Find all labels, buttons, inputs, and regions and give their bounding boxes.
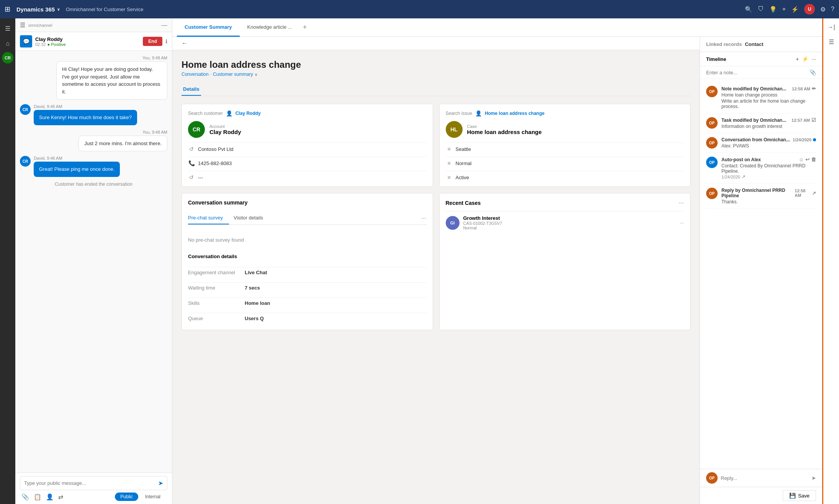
conversation-summary-card: Conversation summary Pre-chat survey Vis… bbox=[182, 193, 433, 330]
shield-icon[interactable]: ⛉ bbox=[758, 6, 764, 13]
conv-detail-row: Engagement channel Live Chat bbox=[188, 267, 427, 278]
sentiment-indicator: ● Positive bbox=[47, 42, 66, 47]
chat-input[interactable] bbox=[24, 480, 155, 486]
no-survey-message: No pre-chat survey found bbox=[188, 234, 427, 246]
timeline-avatar: OP bbox=[706, 86, 718, 97]
timeline-action-icon[interactable]: ✏ bbox=[812, 86, 816, 92]
sidebar-home-icon[interactable]: ⌂ bbox=[1, 37, 15, 51]
message-with-avatar: CR David, 9:46 AM Great! Please ping me … bbox=[20, 156, 120, 177]
tab-customer-summary[interactable]: Customer Summary bbox=[177, 18, 240, 37]
chat-header: ☰ omnichannel — bbox=[15, 18, 172, 32]
sidebar-menu-icon[interactable]: ☰ bbox=[1, 21, 15, 35]
rs-list-icon[interactable]: ☰ bbox=[826, 36, 836, 48]
chat-input-row: ➤ bbox=[20, 476, 167, 490]
reply-send-button[interactable]: ➤ bbox=[811, 475, 816, 481]
timeline-avatar: OP bbox=[706, 137, 718, 149]
timeline-task-icon[interactable]: ☑ bbox=[811, 117, 816, 123]
timeline-more-icon[interactable]: ··· bbox=[811, 56, 816, 62]
brand-chevron-icon[interactable]: ∨ bbox=[57, 7, 60, 11]
conv-sub-tabs: Pre-chat survey Visitor details ··· bbox=[188, 212, 427, 225]
tab-knowledge-article[interactable]: Knowledge article ... bbox=[240, 18, 300, 37]
share-icon[interactable]: ↗ bbox=[741, 174, 746, 180]
status-icon: ≡ bbox=[446, 174, 453, 180]
customer-avatar: CR bbox=[20, 156, 31, 167]
timeline-content: Task modified by Omnichan... 12:57 AM ☑ … bbox=[721, 117, 816, 129]
customer-avatar: CR bbox=[20, 104, 31, 115]
knowledge-icon[interactable]: 📋 bbox=[34, 493, 41, 501]
customer-company: Contoso Pvt Ltd bbox=[198, 146, 234, 152]
breadcrumb-summary[interactable]: Customer summary bbox=[213, 72, 253, 77]
conv-tab-pre-chat[interactable]: Pre-chat survey bbox=[188, 212, 229, 224]
timeline-add-icon[interactable]: + bbox=[796, 56, 799, 62]
emoji-icon[interactable]: ☺ bbox=[799, 157, 804, 162]
sidebar-cr-badge[interactable]: CR bbox=[2, 52, 13, 64]
case-more-icon[interactable]: ··· bbox=[680, 220, 684, 226]
case-priority-field: ≡ Normal bbox=[446, 157, 684, 166]
breadcrumb-conversation[interactable]: Conversation bbox=[182, 72, 209, 77]
share-icon-2[interactable]: ↗ bbox=[812, 190, 816, 196]
add-icon[interactable]: + bbox=[782, 6, 786, 13]
rs-expand-icon[interactable]: →| bbox=[825, 21, 837, 33]
timeline-item-time: ☺ ↩ 🗑 bbox=[799, 157, 816, 162]
content-body: ← Home loan address change Conversation … bbox=[172, 37, 822, 504]
back-button[interactable]: ← bbox=[182, 40, 188, 46]
tab-add-button[interactable]: + bbox=[300, 23, 310, 31]
detail-label: Waiting time bbox=[188, 285, 242, 291]
reply-icon[interactable]: ↩ bbox=[805, 157, 810, 162]
customer-search-link[interactable]: Clay Roddy bbox=[236, 111, 261, 116]
customer-search-label: Search customer bbox=[188, 111, 223, 116]
conv-more-icon[interactable]: ··· bbox=[421, 215, 426, 222]
timeline-item-title: Task modified by Omnichan... 12:57 AM ☑ bbox=[721, 117, 816, 123]
delete-icon[interactable]: 🗑 bbox=[811, 157, 816, 162]
case-search-label: Search issue bbox=[446, 111, 472, 116]
filter-icon[interactable]: ⚡ bbox=[791, 6, 799, 13]
case-search-link[interactable]: Home loan address change bbox=[485, 111, 545, 116]
message-sender: David, 9:46 AM bbox=[34, 104, 62, 109]
timeline-item-time: 1/24/2020 bbox=[793, 137, 816, 142]
sub-tab-details[interactable]: Details bbox=[182, 83, 201, 96]
case-name: Growth Interest bbox=[463, 215, 676, 221]
cards-row-2: Conversation summary Pre-chat survey Vis… bbox=[182, 193, 690, 330]
channel-label: omnichannel bbox=[28, 23, 158, 28]
case-status-field: ≡ Active bbox=[446, 171, 684, 180]
detail-label: Skills bbox=[188, 300, 242, 306]
timeline-filter-icon[interactable]: ⚡ bbox=[802, 56, 808, 62]
add-contact-icon[interactable]: 👤 bbox=[46, 493, 54, 501]
conv-tab-visitor-details[interactable]: Visitor details bbox=[234, 212, 269, 224]
customer-avatar: CR bbox=[188, 121, 205, 138]
reply-input[interactable] bbox=[721, 475, 808, 481]
info-icon[interactable]: ℹ bbox=[165, 38, 167, 44]
collapse-icon[interactable]: — bbox=[161, 22, 167, 29]
timeline-item-body: Thanks. bbox=[721, 199, 816, 205]
internal-mode-button[interactable]: Internal bbox=[140, 493, 166, 501]
brand-name: Dynamics 365 bbox=[16, 6, 55, 13]
recent-cases-more-icon[interactable]: ··· bbox=[679, 200, 684, 206]
settings-icon[interactable]: ⚙ bbox=[820, 6, 826, 13]
case-search-row: Search issue 👤 Home loan address change bbox=[446, 110, 684, 116]
lightbulb-icon[interactable]: 💡 bbox=[769, 6, 777, 13]
attachment-icon[interactable]: 📎 bbox=[21, 493, 29, 501]
breadcrumb-chevron-icon[interactable]: ∨ bbox=[255, 72, 257, 77]
send-button[interactable]: ➤ bbox=[158, 479, 163, 487]
timeline-item-title: Auto-post on Alex ☺ ↩ 🗑 bbox=[721, 157, 816, 162]
transfer-icon[interactable]: ⇄ bbox=[58, 493, 63, 501]
case-avatar-gi: GI bbox=[446, 216, 460, 230]
case-search-icon: 👤 bbox=[475, 110, 482, 116]
end-conversation-button[interactable]: End bbox=[143, 37, 162, 46]
conv-details-title: Conversation details bbox=[188, 254, 427, 259]
search-icon[interactable]: 🔍 bbox=[745, 6, 752, 13]
detail-value: Live Chat bbox=[245, 270, 427, 275]
chat-hamburger-icon[interactable]: ☰ bbox=[20, 21, 25, 29]
customer-name: Clay Roddy bbox=[209, 129, 241, 135]
message-sender: David, 9:46 AM bbox=[34, 156, 62, 160]
public-mode-button[interactable]: Public bbox=[115, 493, 138, 501]
breadcrumb: Conversation · Customer summary ∨ bbox=[182, 72, 690, 77]
note-input[interactable] bbox=[706, 70, 806, 75]
user-avatar[interactable]: U bbox=[804, 4, 815, 15]
note-attach-icon[interactable]: 📎 bbox=[810, 69, 816, 75]
customer-search-icon: 👤 bbox=[226, 110, 232, 116]
help-icon[interactable]: ? bbox=[831, 6, 834, 13]
save-button[interactable]: 💾 Save bbox=[783, 490, 816, 501]
grid-icon[interactable]: ⊞ bbox=[5, 5, 10, 13]
message-meta: David, 9:46 AM bbox=[34, 104, 137, 109]
